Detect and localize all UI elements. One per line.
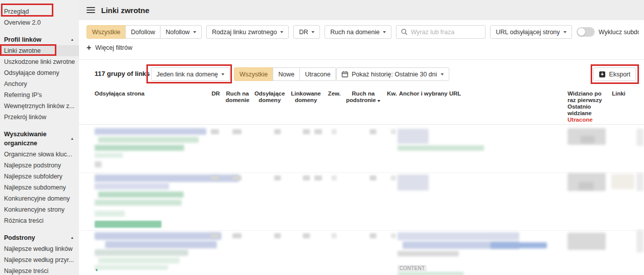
column-header-external[interactable]: Zew. (327, 90, 341, 97)
status-lost-label: Utracone (305, 71, 331, 78)
sidebar-item-konkurencyjne-domeny[interactable]: Konkurencyjne domeny (0, 193, 79, 204)
sidebar-gap (0, 28, 79, 34)
column-header-domain-traffic[interactable]: Ruch na domenie (222, 90, 253, 104)
redacted-value (391, 175, 396, 180)
sidebar-item-konkurencyjne-strony[interactable]: Konkurencyjne strony (0, 204, 79, 215)
redacted-page-url (95, 249, 188, 256)
sidebar-item-linki-zwrotne[interactable]: Linki zwrotne (0, 45, 79, 56)
divider (79, 59, 644, 60)
expand-row-icon[interactable]: ▼ (95, 268, 99, 272)
collapse-arrow-icon: ▲ (70, 35, 74, 44)
search-box (396, 25, 486, 39)
sidebar-item-uszkodzone[interactable]: Uszkodzone linki zwrotne (0, 56, 79, 67)
exclude-subdomains-toggle[interactable] (577, 27, 595, 37)
more-filters-button[interactable]: + Więcej filtrów (87, 44, 132, 51)
row-divider (79, 230, 644, 231)
redacted-links (636, 173, 643, 191)
collapse-arrow-icon: ▲ (70, 233, 74, 242)
redacted-value (274, 175, 281, 180)
export-button[interactable]: Eksport (593, 67, 636, 81)
sidebar-item-wedlug-przyrostu[interactable]: Najlepsze według przyr... (0, 254, 79, 265)
sidebar-item-przekroj[interactable]: Przekrój linków (0, 112, 79, 123)
page-title: Linki zwrotne (101, 6, 149, 15)
toggle-knob (578, 28, 585, 36)
redacted-page-url (98, 137, 199, 143)
redacted-value (332, 175, 337, 180)
sidebar-item-przeglad[interactable]: Przegląd (0, 6, 79, 17)
sidebar-item-organiczne-slowa[interactable]: Organiczne słowa kluc... (0, 149, 79, 160)
more-filters-label: Więcej filtrów (95, 44, 132, 51)
redacted-page-title (95, 128, 206, 135)
status-lost-button[interactable]: Utracone (299, 67, 336, 81)
redacted-page-title (95, 232, 221, 240)
status-new-button[interactable]: Nowe (273, 67, 300, 81)
sidebar-gap (0, 123, 79, 129)
column-header-page-traffic[interactable]: Ruch na podstronie (346, 90, 381, 104)
sidebar-section-title: Wyszukiwanie organiczne (4, 130, 68, 148)
column-header-dates[interactable]: Widziano po raz pierwszy Ostatnio widzia… (568, 90, 611, 123)
filter-all-label: Wszystkie (92, 29, 120, 36)
domain-traffic-dropdown[interactable]: Ruch na domenie (325, 25, 391, 39)
filter-nofollow-button[interactable]: Nofollow (160, 25, 202, 39)
redacted-page-url (98, 257, 180, 263)
history-label: Pokaż historię: Ostatnie 30 dni (352, 71, 437, 78)
column-header-anchor[interactable]: Anchor i wybrany URL (399, 90, 510, 97)
filter-all-button[interactable]: Wszystkie (87, 25, 126, 39)
sidebar-item-roznica-tresci[interactable]: Różnica treści (0, 215, 79, 226)
redacted-value (314, 129, 322, 134)
content-type-badge: CONTENT (397, 265, 427, 271)
group-mode-dropdown[interactable]: Jeden link na domenę (151, 67, 230, 81)
backlink-type-dropdown[interactable]: Rodzaj linku zwrotnego (206, 25, 289, 39)
sidebar-section-podstrony[interactable]: Podstrony ▲ (0, 232, 79, 243)
column-header-links[interactable]: Linki (605, 90, 625, 97)
chevron-down-icon (383, 31, 386, 33)
redacted-value (303, 129, 310, 134)
column-header-linked-domains[interactable]: Linkowane domeny (290, 90, 322, 104)
column-header-keywords[interactable]: Kw. (383, 90, 397, 97)
sidebar-item-najlepsze-tresci[interactable]: Najlepsze treści (0, 265, 79, 275)
lost-label: Utracone (568, 117, 611, 123)
sidebar-gap (0, 226, 79, 232)
group-mode-label: Jeden link na domenę (156, 71, 218, 78)
sidebar-item-wewnetrznych[interactable]: Wewnętrznych linków z... (0, 101, 79, 112)
column-header-referring-domains[interactable]: Odsyłające domeny (254, 90, 285, 104)
export-download-icon (599, 71, 606, 78)
hamburger-menu-icon[interactable] (87, 6, 95, 15)
export-label: Eksport (609, 71, 630, 78)
redacted-meta (95, 161, 102, 167)
filter-dofollow-button[interactable]: Dofollow (125, 25, 160, 39)
redacted-dates (579, 182, 594, 190)
redacted-value (370, 233, 376, 238)
redacted-value (211, 233, 219, 238)
filter-bar: Wszystkie Dofollow Nofollow Rodzaj linku… (87, 25, 639, 39)
sidebar-item-najlepsze-subdomeny[interactable]: Najlepsze subdomeny (0, 182, 79, 193)
search-input[interactable] (411, 29, 480, 36)
redacted-value (274, 129, 281, 134)
redacted-value (303, 175, 310, 180)
chevron-down-icon (280, 31, 283, 33)
sidebar-item-wedlug-linkow[interactable]: Najlepsze według linków (0, 243, 79, 254)
sidebar-item-overview-2[interactable]: Overview 2.0 (0, 17, 79, 28)
column-header-dr[interactable]: DR (204, 90, 220, 97)
sidebar-item-referring-ips[interactable]: Referring IP's (0, 89, 79, 101)
backlink-type-label: Rodzaj linku zwrotnego (212, 29, 277, 36)
redacted-value (211, 129, 219, 134)
sidebar-item-odsylajace-domeny[interactable]: Odsyłające domeny (0, 67, 79, 78)
status-all-button[interactable]: Wszystkie (234, 67, 273, 81)
url-scope-dropdown[interactable]: URL odsyłającej strony (490, 25, 572, 39)
redacted-value (370, 129, 376, 134)
redacted-links (611, 174, 634, 189)
column-header-referring-page[interactable]: Odsyłająca strona (95, 90, 195, 97)
row-divider (79, 172, 644, 173)
sidebar-section-wyszukiwanie[interactable]: Wyszukiwanie organiczne ▲ (0, 129, 79, 149)
sidebar-item-najlepsze-podstrony[interactable]: Najlepsze podstrony (0, 160, 79, 171)
sidebar-item-anchory[interactable]: Anchory (0, 78, 79, 89)
dr-dropdown[interactable]: DR (293, 25, 320, 39)
divider (79, 124, 644, 125)
redacted-value (391, 233, 396, 238)
sort-descending-icon (377, 100, 380, 102)
sidebar-section-profil-linkow[interactable]: Profil linków ▲ (0, 34, 79, 45)
history-dropdown[interactable]: Pokaż historię: Ostatnie 30 dni (336, 67, 449, 81)
sidebar-item-najlepsze-subfoldery[interactable]: Najlepsze subfoldery (0, 171, 79, 182)
last-seen-label: Ostatnio widziane (568, 104, 611, 117)
